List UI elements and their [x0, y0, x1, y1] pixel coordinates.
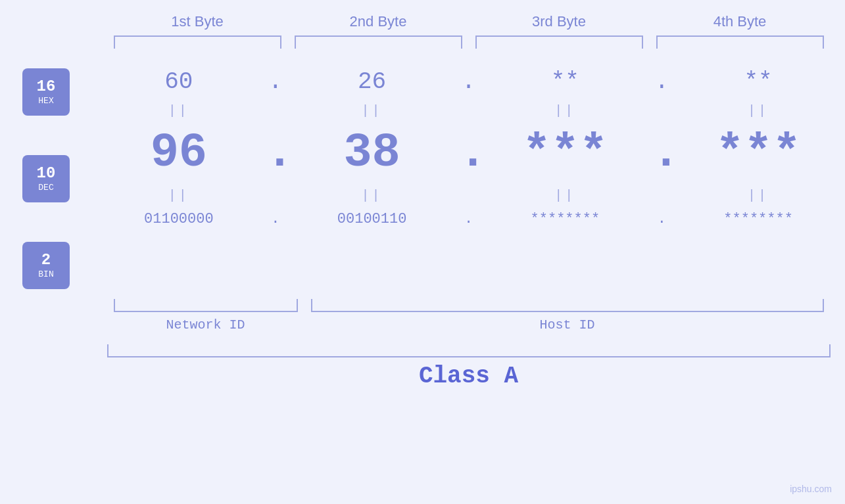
dec-dot2: . — [459, 126, 479, 180]
bin-dot1: . — [266, 211, 285, 227]
bin-b1: 01100000 — [92, 211, 266, 227]
byte4-header: 4th Byte — [650, 13, 831, 35]
class-bracket — [107, 344, 831, 357]
bin-badge: 2 BIN — [22, 242, 70, 289]
hex-dot3: . — [652, 68, 671, 95]
hex-badge-num: 16 — [37, 78, 56, 95]
hex-b4: ** — [671, 68, 845, 95]
byte2-header: 2nd Byte — [288, 13, 469, 35]
equals-row-1: || || || || — [92, 102, 845, 120]
dec-dot3: . — [652, 126, 671, 180]
eq1-b2: || — [285, 103, 459, 118]
hex-dot2: . — [459, 68, 479, 95]
hex-dot1: . — [266, 68, 285, 95]
byte1-header: 1st Byte — [107, 13, 288, 35]
dec-badge: 10 DEC — [22, 155, 70, 202]
watermark: ipshu.com — [790, 484, 832, 494]
hex-b1: 60 — [92, 68, 266, 95]
eq2-b1: || — [92, 188, 266, 203]
bin-b4: ******** — [671, 211, 845, 227]
byte2-bracket-top — [295, 35, 462, 49]
host-bracket-bottom — [311, 299, 824, 312]
bin-dot3: . — [652, 211, 671, 227]
dec-badge-label: DEC — [38, 183, 53, 193]
host-id-label: Host ID — [304, 317, 831, 332]
hex-badge-label: HEX — [38, 96, 53, 106]
eq1-b3: || — [479, 103, 652, 118]
bin-dot2: . — [459, 211, 479, 227]
hex-row: 60 . 26 . ** . ** — [92, 62, 845, 102]
eq2-b2: || — [285, 188, 459, 203]
eq1-b1: || — [92, 103, 266, 118]
hex-b2: 26 — [285, 68, 459, 95]
byte1-bracket-top — [114, 35, 281, 49]
hex-badge: 16 HEX — [22, 68, 70, 116]
byte3-bracket-top — [475, 35, 643, 49]
bin-badge-label: BIN — [38, 269, 53, 279]
dec-b1: 96 — [92, 126, 266, 180]
eq1-b4: || — [671, 103, 845, 118]
eq2-b3: || — [479, 188, 652, 203]
dec-b4: *** — [671, 126, 845, 180]
class-label: Class A — [419, 363, 518, 390]
dec-b2: 38 — [285, 126, 459, 180]
bin-row: 01100000 . 00100110 . ******** . *******… — [92, 204, 845, 234]
byte3-header: 3rd Byte — [469, 13, 650, 35]
network-bracket-bottom — [114, 299, 298, 312]
dec-row: 96 . 38 . *** . *** — [92, 120, 845, 187]
dec-badge-num: 10 — [37, 165, 56, 182]
dec-b3: *** — [479, 126, 652, 180]
hex-b3: ** — [479, 68, 652, 95]
bin-b3: ******** — [479, 211, 652, 227]
byte4-bracket-top — [656, 35, 824, 49]
bin-b2: 00100110 — [285, 211, 459, 227]
network-id-label: Network ID — [107, 317, 304, 332]
dec-dot1: . — [266, 126, 285, 180]
bin-badge-num: 2 — [41, 252, 51, 269]
equals-row-2: || || || || — [92, 187, 845, 204]
eq2-b4: || — [671, 188, 845, 203]
